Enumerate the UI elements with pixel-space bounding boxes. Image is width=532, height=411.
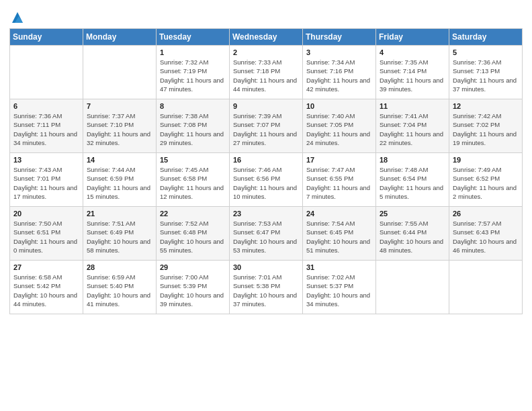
day-info: Sunrise: 7:46 AM Sunset: 6:56 PM Dayligh… [233,165,300,201]
calendar-cell: 3Sunrise: 7:34 AM Sunset: 7:16 PM Daylig… [303,46,376,99]
day-info: Sunrise: 7:42 AM Sunset: 7:02 PM Dayligh… [453,111,519,147]
day-number: 7 [87,102,153,110]
day-number: 31 [306,263,373,271]
day-number: 20 [13,210,80,218]
day-number: 25 [380,210,446,218]
calendar-cell [449,261,523,314]
day-number: 4 [380,48,446,56]
calendar-cell: 5Sunrise: 7:36 AM Sunset: 7:13 PM Daylig… [449,46,523,99]
day-info: Sunrise: 7:54 AM Sunset: 6:45 PM Dayligh… [306,219,373,255]
calendar-cell: 28Sunrise: 6:59 AM Sunset: 5:40 PM Dayli… [83,261,157,314]
day-info: Sunrise: 7:52 AM Sunset: 6:48 PM Dayligh… [160,219,226,255]
day-number: 8 [160,102,226,110]
calendar-cell: 13Sunrise: 7:43 AM Sunset: 7:01 PM Dayli… [10,153,83,207]
day-number: 19 [453,156,519,164]
calendar-week-row: 13Sunrise: 7:43 AM Sunset: 7:01 PM Dayli… [10,153,523,207]
day-of-week-header: Saturday [449,29,523,46]
day-number: 18 [380,156,446,164]
day-number: 28 [87,263,153,271]
calendar-cell: 31Sunrise: 7:02 AM Sunset: 5:37 PM Dayli… [303,261,376,314]
calendar-cell: 25Sunrise: 7:55 AM Sunset: 6:44 PM Dayli… [376,207,449,261]
day-of-week-header: Friday [376,29,449,46]
day-info: Sunrise: 7:51 AM Sunset: 6:49 PM Dayligh… [87,219,153,255]
day-info: Sunrise: 7:39 AM Sunset: 7:07 PM Dayligh… [233,111,300,147]
day-number: 1 [160,48,226,56]
day-info: Sunrise: 7:32 AM Sunset: 7:19 PM Dayligh… [160,58,226,93]
calendar-cell: 12Sunrise: 7:42 AM Sunset: 7:02 PM Dayli… [449,99,523,153]
day-number: 2 [233,48,300,56]
logo [9,11,24,24]
days-of-week-row: SundayMondayTuesdayWednesdayThursdayFrid… [10,29,523,46]
calendar-cell: 19Sunrise: 7:49 AM Sunset: 6:52 PM Dayli… [449,153,523,207]
day-info: Sunrise: 7:02 AM Sunset: 5:37 PM Dayligh… [306,273,373,308]
day-info: Sunrise: 7:00 AM Sunset: 5:39 PM Dayligh… [160,273,226,308]
calendar-cell [376,261,449,314]
calendar-cell: 9Sunrise: 7:39 AM Sunset: 7:07 PM Daylig… [230,99,303,153]
day-info: Sunrise: 7:44 AM Sunset: 6:59 PM Dayligh… [87,165,153,201]
page: SundayMondayTuesdayWednesdayThursdayFrid… [0,0,532,411]
day-number: 14 [87,156,153,164]
day-number: 10 [306,102,373,110]
day-info: Sunrise: 7:49 AM Sunset: 6:52 PM Dayligh… [453,165,519,201]
calendar-cell: 16Sunrise: 7:46 AM Sunset: 6:56 PM Dayli… [230,153,303,207]
day-info: Sunrise: 7:36 AM Sunset: 7:13 PM Dayligh… [453,58,519,93]
calendar-cell: 22Sunrise: 7:52 AM Sunset: 6:48 PM Dayli… [157,207,230,261]
day-number: 12 [453,102,519,110]
day-number: 22 [160,210,226,218]
day-number: 9 [233,102,300,110]
day-info: Sunrise: 7:01 AM Sunset: 5:38 PM Dayligh… [233,273,300,308]
calendar-cell [83,46,157,99]
day-number: 26 [453,210,519,218]
day-info: Sunrise: 7:45 AM Sunset: 6:58 PM Dayligh… [160,165,226,201]
calendar-body: 1Sunrise: 7:32 AM Sunset: 7:19 PM Daylig… [10,46,523,314]
day-info: Sunrise: 7:35 AM Sunset: 7:14 PM Dayligh… [380,58,446,93]
calendar-cell: 26Sunrise: 7:57 AM Sunset: 6:43 PM Dayli… [449,207,523,261]
calendar-week-row: 6Sunrise: 7:36 AM Sunset: 7:11 PM Daylig… [10,99,523,153]
day-number: 13 [13,156,80,164]
day-info: Sunrise: 7:38 AM Sunset: 7:08 PM Dayligh… [160,111,226,147]
day-of-week-header: Tuesday [157,29,230,46]
calendar-cell: 27Sunrise: 6:58 AM Sunset: 5:42 PM Dayli… [10,261,83,314]
calendar-cell: 29Sunrise: 7:00 AM Sunset: 5:39 PM Dayli… [157,261,230,314]
day-number: 23 [233,210,300,218]
calendar-cell: 18Sunrise: 7:48 AM Sunset: 6:54 PM Dayli… [376,153,449,207]
day-of-week-header: Sunday [10,29,83,46]
calendar-cell: 20Sunrise: 7:50 AM Sunset: 6:51 PM Dayli… [10,207,83,261]
day-info: Sunrise: 6:59 AM Sunset: 5:40 PM Dayligh… [87,273,153,308]
day-info: Sunrise: 7:47 AM Sunset: 6:55 PM Dayligh… [306,165,373,201]
day-info: Sunrise: 7:40 AM Sunset: 7:05 PM Dayligh… [306,111,373,147]
day-info: Sunrise: 7:36 AM Sunset: 7:11 PM Dayligh… [13,111,80,147]
calendar-week-row: 27Sunrise: 6:58 AM Sunset: 5:42 PM Dayli… [10,261,523,314]
calendar-cell: 23Sunrise: 7:53 AM Sunset: 6:47 PM Dayli… [230,207,303,261]
day-of-week-header: Wednesday [230,29,303,46]
calendar-cell: 30Sunrise: 7:01 AM Sunset: 5:38 PM Dayli… [230,261,303,314]
calendar-cell: 24Sunrise: 7:54 AM Sunset: 6:45 PM Dayli… [303,207,376,261]
day-number: 6 [13,102,80,110]
calendar-cell: 15Sunrise: 7:45 AM Sunset: 6:58 PM Dayli… [157,153,230,207]
day-info: Sunrise: 7:43 AM Sunset: 7:01 PM Dayligh… [13,165,80,201]
day-info: Sunrise: 7:55 AM Sunset: 6:44 PM Dayligh… [380,219,446,255]
day-info: Sunrise: 6:58 AM Sunset: 5:42 PM Dayligh… [13,273,80,308]
calendar-cell [10,46,83,99]
day-info: Sunrise: 7:33 AM Sunset: 7:18 PM Dayligh… [233,58,300,93]
calendar-cell: 7Sunrise: 7:37 AM Sunset: 7:10 PM Daylig… [83,99,157,153]
day-info: Sunrise: 7:50 AM Sunset: 6:51 PM Dayligh… [13,219,80,255]
day-number: 27 [13,263,80,271]
calendar-cell: 6Sunrise: 7:36 AM Sunset: 7:11 PM Daylig… [10,99,83,153]
day-number: 16 [233,156,300,164]
day-number: 17 [306,156,373,164]
day-number: 21 [87,210,153,218]
day-number: 30 [233,263,300,271]
calendar-cell: 17Sunrise: 7:47 AM Sunset: 6:55 PM Dayli… [303,153,376,207]
day-info: Sunrise: 7:34 AM Sunset: 7:16 PM Dayligh… [306,58,373,93]
calendar-week-row: 20Sunrise: 7:50 AM Sunset: 6:51 PM Dayli… [10,207,523,261]
calendar-cell: 8Sunrise: 7:38 AM Sunset: 7:08 PM Daylig… [157,99,230,153]
header [9,7,523,24]
calendar-week-row: 1Sunrise: 7:32 AM Sunset: 7:19 PM Daylig… [10,46,523,99]
calendar-cell: 2Sunrise: 7:33 AM Sunset: 7:18 PM Daylig… [230,46,303,99]
day-number: 29 [160,263,226,271]
day-of-week-header: Monday [83,29,157,46]
day-number: 11 [380,102,446,110]
calendar: SundayMondayTuesdayWednesdayThursdayFrid… [9,28,523,314]
day-info: Sunrise: 7:53 AM Sunset: 6:47 PM Dayligh… [233,219,300,255]
